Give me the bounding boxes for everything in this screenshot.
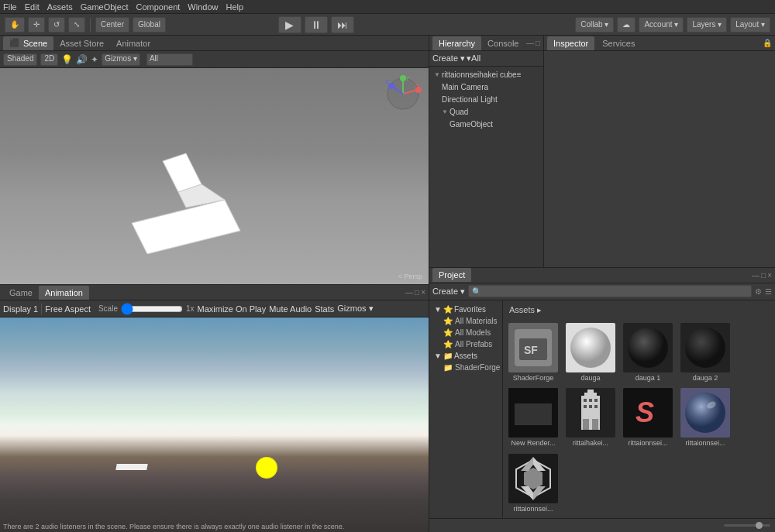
asset-dauga2[interactable]: dauga 2 <box>678 321 732 384</box>
menu-edit[interactable]: Edit <box>25 2 40 12</box>
2d-btn[interactable]: 2D <box>40 53 58 66</box>
scale-value: 1x <box>186 304 195 313</box>
asset-rittaionnsei1[interactable]: S rittaionnsei... <box>621 386 675 449</box>
hierarchy-search[interactable]: ▾All <box>467 53 480 63</box>
asset-dauga1[interactable]: dauga 1 <box>621 321 675 384</box>
asset-rittaionnsei2[interactable]: rittaionnsei... <box>678 386 732 449</box>
list-view-icon[interactable]: ☰ <box>765 287 772 296</box>
asset-rittaionnsei3[interactable]: rittaionnsei... <box>506 452 560 515</box>
asset-dauga[interactable]: dauga <box>563 321 618 384</box>
create-btn[interactable]: Create ▾ <box>432 53 465 63</box>
hand-tool-btn[interactable]: ✋ <box>5 17 25 33</box>
hierarchy-camera[interactable]: Main Camera <box>431 81 542 93</box>
hierarchy-light[interactable]: Directional Light <box>431 93 542 105</box>
asset-new-render[interactable]: New Render... <box>506 386 560 449</box>
stats-btn[interactable]: Stats <box>315 304 334 314</box>
h-max-btn[interactable]: □ <box>536 39 540 47</box>
project-sidebar: ▼ ⭐ Favorites ⭐ All Materials ⭐ All Mode… <box>429 300 503 518</box>
assets-header-sidebar[interactable]: ▼ 📁 Assets <box>431 350 501 362</box>
global-btn[interactable]: Global <box>133 17 166 33</box>
p-close-btn[interactable]: × <box>767 271 772 280</box>
rotate-tool-btn[interactable]: ↺ <box>48 17 65 33</box>
play-btn[interactable]: ▶ <box>278 16 301 33</box>
tab-services[interactable]: Services <box>596 36 641 50</box>
tab-game[interactable]: Game <box>3 286 39 300</box>
maximize-btn[interactable]: □ <box>415 288 419 297</box>
assets-header-label: Assets ▸ <box>509 305 542 315</box>
tab-scene[interactable]: ⬛ Scene <box>3 36 53 50</box>
close-game-btn[interactable]: × <box>421 288 425 297</box>
shading-selector[interactable]: Shaded <box>3 53 37 66</box>
move-tool-btn[interactable]: ✛ <box>28 17 45 33</box>
cloud-btn[interactable]: ☁ <box>617 17 636 33</box>
hierarchy-root[interactable]: ▼ rittaionnseihakei cube≡ <box>431 68 542 81</box>
scale-tool-btn[interactable]: ⤡ <box>68 17 85 33</box>
all-models[interactable]: ⭐ All Models <box>431 327 501 338</box>
menu-assets[interactable]: Assets <box>47 2 73 12</box>
p-min-btn[interactable]: — <box>752 271 760 280</box>
rittaihakei-thumb <box>566 388 615 438</box>
sf-label: ShaderForge <box>455 363 500 372</box>
svg-text:X: X <box>415 81 419 88</box>
menu-file[interactable]: File <box>3 2 17 12</box>
gizmos-btn[interactable]: Gizmos ▾ <box>102 53 140 66</box>
proj-tab-right: — □ × <box>752 271 772 280</box>
step-btn[interactable]: ⏭ <box>331 16 354 33</box>
tab-animator[interactable]: Animator <box>110 36 157 50</box>
hierarchy-toolbar: Create ▾ ▾All <box>429 51 543 67</box>
menu-component[interactable]: Component <box>136 2 180 12</box>
p-max-btn[interactable]: □ <box>761 271 766 280</box>
menu-window[interactable]: Window <box>188 2 218 12</box>
pause-btn[interactable]: ⏸ <box>305 16 328 33</box>
scene-content[interactable]: X Y Z < Persp <box>0 68 429 284</box>
project-search[interactable] <box>468 285 752 297</box>
h-min-btn[interactable]: — <box>526 39 534 47</box>
new-render-thumb <box>508 388 558 438</box>
tab-inspector[interactable]: Inspector <box>547 36 594 50</box>
hierarchy-gameobject[interactable]: GameObject <box>431 118 542 130</box>
asset-shaderforge[interactable]: SF ShaderForge <box>506 321 560 384</box>
tab-hierarchy[interactable]: Hierarchy <box>432 36 481 50</box>
project-tab-label: Project <box>439 270 465 280</box>
center-btn[interactable]: Center <box>95 17 129 33</box>
fx-btn[interactable]: ✦ <box>91 54 98 65</box>
lock-icon[interactable]: 🔒 <box>763 39 772 47</box>
tab-asset-store[interactable]: Asset Store <box>53 36 110 50</box>
scene-icon: ⬛ <box>9 38 20 48</box>
maximize-play-btn[interactable]: Maximize On Play <box>198 304 267 314</box>
menu-gameobject[interactable]: GameObject <box>81 2 129 12</box>
audio-btn[interactable]: 🔊 <box>76 54 88 65</box>
search-scene[interactable]: All <box>146 53 193 66</box>
hierarchy-quad[interactable]: ▼ Quad <box>431 105 542 118</box>
aspect-selector[interactable]: Free Aspect <box>45 304 91 314</box>
layers-btn[interactable]: Layers ▾ <box>687 17 727 33</box>
account-btn[interactable]: Account ▾ <box>639 17 684 33</box>
minimize-btn[interactable]: — <box>405 288 413 297</box>
tab-animation[interactable]: Animation <box>39 286 89 300</box>
light-btn[interactable]: 💡 <box>61 54 73 65</box>
dauga1-thumb <box>623 323 673 372</box>
menu-help[interactable]: Help <box>226 2 243 12</box>
display-selector[interactable]: Display 1 <box>3 304 38 314</box>
mute-btn[interactable]: Mute Audio <box>269 304 312 314</box>
layout-btn[interactable]: Layout ▾ <box>730 17 770 33</box>
shader-forge-item[interactable]: 📁 ShaderForge <box>431 362 501 373</box>
services-tab-label: Services <box>602 39 635 48</box>
asset-rittaihakei[interactable]: rittaihakei... <box>563 386 618 449</box>
favorites-header[interactable]: ▼ ⭐ Favorites <box>431 304 501 315</box>
svg-rect-20 <box>515 403 552 425</box>
all-materials[interactable]: ⭐ All Materials <box>431 315 501 327</box>
proj-create-btn[interactable]: Create ▾ <box>432 287 465 297</box>
collab-btn[interactable]: Collab ▾ <box>575 17 614 33</box>
tab-console[interactable]: Console <box>481 36 525 50</box>
tab-project[interactable]: Project <box>432 268 471 282</box>
project-content: ▼ ⭐ Favorites ⭐ All Materials ⭐ All Mode… <box>429 300 775 518</box>
project-tab-bar: Project — □ × <box>429 268 775 283</box>
dauga2-label: dauga 2 <box>693 374 718 383</box>
size-slider[interactable] <box>724 524 770 527</box>
all-prefabs[interactable]: ⭐ All Prefabs <box>431 338 501 350</box>
hierarchy-tab-bar: Hierarchy Console — □ <box>429 36 543 51</box>
game-gizmos-btn[interactable]: Gizmos ▾ <box>337 304 373 314</box>
svg-text:SF: SF <box>524 344 538 356</box>
scale-slider[interactable] <box>121 304 183 314</box>
